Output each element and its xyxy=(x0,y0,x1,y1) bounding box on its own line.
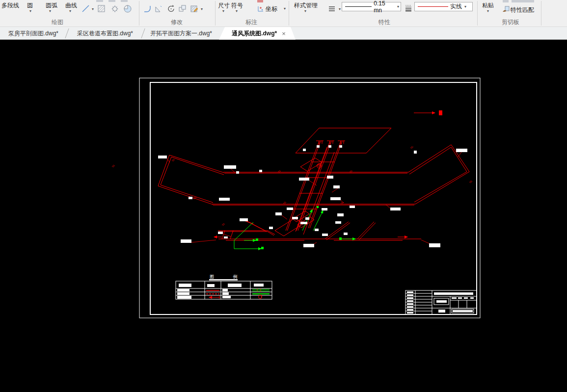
edit-hatch-icon[interactable] xyxy=(190,4,199,13)
linetype-preview xyxy=(418,6,448,7)
style-manager-dropdown-caret[interactable]: ▾ xyxy=(304,9,306,13)
coordinate-icon[interactable] xyxy=(257,5,265,13)
clipboard-group-label: 剪切板 xyxy=(493,18,528,26)
drawing-canvas[interactable]: 图 例 xyxy=(0,40,567,392)
line-dropdown-caret[interactable]: ▾ xyxy=(92,7,94,11)
symbol-dropdown-caret[interactable]: ▾ xyxy=(236,9,238,13)
group-separator xyxy=(139,1,139,26)
line-icon[interactable] xyxy=(81,4,90,13)
lineweight-icon[interactable] xyxy=(405,4,412,12)
tab-pump-room-section[interactable]: 泵房平剖面图.dwg* xyxy=(3,27,64,40)
roadway-network xyxy=(158,110,469,247)
coordinate-dropdown-caret[interactable]: ▾ xyxy=(284,6,286,11)
cutoff-icon xyxy=(96,0,103,2)
cutoff-icon xyxy=(257,0,263,2)
tab-ventilation-system[interactable]: 通风系统图.dwg* × xyxy=(219,27,298,40)
title-block xyxy=(405,290,477,314)
group-separator xyxy=(477,1,478,26)
array-3d-icon[interactable] xyxy=(178,4,188,13)
tab-close-icon[interactable]: × xyxy=(282,30,286,37)
curve-dropdown-caret[interactable]: ▾ xyxy=(69,9,71,13)
airflow-lines xyxy=(234,206,355,249)
polyline-button[interactable]: 多段线 xyxy=(1,1,19,10)
dimension-dropdown-caret[interactable]: ▾ xyxy=(222,9,224,13)
tab-separator xyxy=(141,28,145,38)
cutoff-icon xyxy=(512,0,534,2)
match-properties-button[interactable]: 特性匹配 xyxy=(511,6,534,14)
annotate-group-label: 标注 xyxy=(234,18,269,26)
lineweight-value: 0.15 mn xyxy=(374,0,395,14)
gear-icon[interactable] xyxy=(111,4,120,13)
chamfer-icon[interactable] xyxy=(154,4,163,13)
fillet-icon[interactable] xyxy=(143,4,152,13)
rotate-icon[interactable] xyxy=(167,4,176,13)
coordinate-button[interactable]: 坐标 xyxy=(266,5,277,13)
properties-group-label: 特性 xyxy=(367,18,402,26)
match-properties-icon[interactable] xyxy=(502,5,510,13)
tab-label: 开拓平面图方案一.dwg* xyxy=(150,29,212,38)
tab-panel-roadway-layout[interactable]: 采区巷道布置图.dwg* xyxy=(70,27,140,40)
ventilation-system-drawing: 图 例 xyxy=(0,40,567,392)
circle-dropdown-caret[interactable]: ▾ xyxy=(29,9,31,13)
lineweight-caret: ▾ xyxy=(397,4,399,9)
legend: 图 例 xyxy=(176,274,272,299)
tab-development-plan[interactable]: 开拓平面图方案一.dwg* xyxy=(146,27,216,40)
ribbon: 多段线 圆 圆弧 曲线 ▾ ▾ ▾ ▾ 绘图 ▾ 修改 尺寸 ▾ 符号 ▾ xyxy=(0,0,567,27)
group-separator xyxy=(289,1,289,26)
arc-dropdown-caret[interactable]: ▾ xyxy=(49,9,51,13)
tab-label: 泵房平剖面图.dwg* xyxy=(8,29,58,38)
linetype-value: 实线 xyxy=(450,2,462,11)
tab-label: 采区巷道布置图.dwg* xyxy=(77,29,133,38)
edit-hatch-dropdown-caret[interactable]: ▾ xyxy=(201,7,203,11)
legend-title: 图 例 xyxy=(210,274,246,279)
linetype-select[interactable]: 实线 ▾ xyxy=(414,2,473,11)
lineweight-select[interactable]: 0.15 mn ▾ xyxy=(342,2,401,11)
linestyle-dropdown-caret[interactable]: ▾ xyxy=(339,7,341,11)
draw-group-label: 绘图 xyxy=(40,18,75,26)
cutoff-icon xyxy=(121,0,128,2)
lineweight-preview xyxy=(345,6,372,7)
cutoff-icon xyxy=(503,0,509,2)
label-boxes xyxy=(158,145,467,247)
linetype-caret: ▾ xyxy=(464,4,466,9)
tab-label: 通风系统图.dwg* xyxy=(232,29,277,38)
modify-group-label: 修改 xyxy=(160,18,194,26)
group-separator xyxy=(215,1,216,26)
region-icon[interactable] xyxy=(123,4,132,13)
cutoff-icon xyxy=(108,0,115,2)
linestyle-icon[interactable] xyxy=(328,5,336,12)
arc-button[interactable]: 圆弧 xyxy=(46,1,57,10)
hatch-icon[interactable] xyxy=(97,4,106,13)
document-tab-bar: 泵房平剖面图.dwg* 采区巷道布置图.dwg* 开拓平面图方案一.dwg* 通… xyxy=(0,27,567,40)
group-separator xyxy=(541,1,541,26)
paste-dropdown-caret[interactable]: ▾ xyxy=(487,9,489,13)
tab-separator xyxy=(65,28,69,38)
